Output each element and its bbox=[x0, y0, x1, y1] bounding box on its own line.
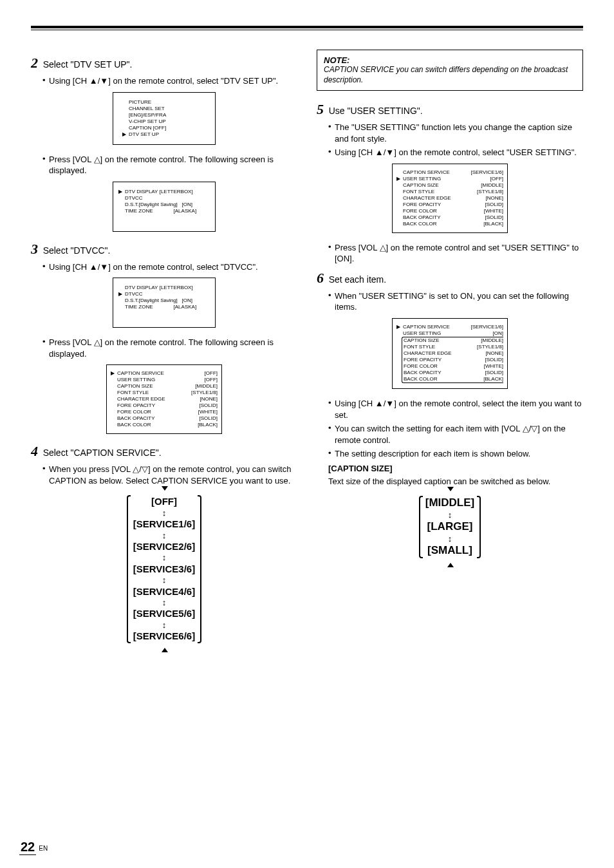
menu-value: [STYLE1/8] bbox=[473, 189, 503, 195]
onscreen-menu: PICTURE CHANNEL SET [ENG]/ESP/FRA V-CHIP… bbox=[113, 92, 216, 145]
menu-value: [SERVICE1/6] bbox=[467, 324, 503, 330]
menu-item-selected: USER SETTING bbox=[403, 176, 461, 182]
service-cycle-diagram: [OFF] ↕ [SERVICE1/6] ↕ [SERVICE2/6] ↕ [S… bbox=[133, 490, 195, 648]
updown-arrow-icon: ↕ bbox=[425, 534, 474, 543]
updown-arrow-icon: ↕ bbox=[133, 553, 195, 562]
menu-item: D.S.T.[Daylight Saving] bbox=[125, 297, 178, 304]
menu-item: FORE COLOR bbox=[117, 409, 175, 415]
bracket-icon bbox=[127, 495, 131, 643]
menu-item: USER SETTING bbox=[403, 330, 461, 337]
note-text: CAPTION SERVICE you can switch differs d… bbox=[324, 65, 576, 85]
instruction-text: Using [CH ▲/▼] on the remote control, se… bbox=[335, 147, 583, 158]
menu-value: [ON] bbox=[181, 202, 192, 208]
header-rule-thick bbox=[31, 26, 583, 28]
instruction-bullet: • You can switch the setting for each it… bbox=[328, 423, 583, 446]
selector-arrow-icon: ▶ bbox=[118, 291, 125, 297]
menu-value: [OFF] bbox=[487, 176, 503, 182]
menu-item: CAPTION SERVICE bbox=[117, 370, 175, 377]
menu-item: FONT STYLE bbox=[404, 344, 461, 350]
menu-item: CHARACTER EDGE bbox=[403, 195, 461, 202]
instruction-bullet: • The setting description for each item … bbox=[328, 448, 583, 460]
menu-item: FORE OPACITY bbox=[403, 202, 461, 208]
instruction-bullet: • Press [VOL △] on the remote control. T… bbox=[42, 154, 297, 176]
left-column: 2 Select "DTV SET UP". • Using [CH ▲/▼] … bbox=[31, 50, 297, 648]
page-number: 22EN bbox=[19, 840, 48, 855]
menu-item-selected: DTV SET UP bbox=[129, 131, 159, 138]
step-number: 2 bbox=[31, 55, 38, 71]
step-number: 4 bbox=[31, 443, 38, 460]
step-title: Use "USER SETTING". bbox=[329, 106, 423, 116]
menu-value: [LETTERBOX] bbox=[160, 285, 193, 291]
menu-item: PICTURE bbox=[129, 99, 151, 106]
menu-item: BACK OPACITY bbox=[403, 214, 461, 221]
step-title: Select "CAPTION SERVICE". bbox=[43, 448, 162, 458]
cycle-item: [SERVICE5/6] bbox=[133, 609, 195, 619]
menu-item: USER SETTING bbox=[117, 377, 175, 383]
menu-value: [BLACK] bbox=[194, 422, 218, 428]
cycle-item: [SERVICE2/6] bbox=[133, 542, 195, 552]
instruction-text: You can switch the setting for each item… bbox=[335, 423, 583, 446]
updown-arrow-icon: ↕ bbox=[133, 598, 195, 607]
onscreen-menu: DTV DISPLAY [LETTERBOX] ▶DTVCC D.S.T.[Da… bbox=[113, 278, 216, 328]
instruction-bullet: • Press [VOL △] on the remote control. T… bbox=[42, 337, 297, 359]
menu-value: [MIDDLE] bbox=[477, 182, 503, 189]
menu-item: CAPTION SERVICE bbox=[403, 324, 461, 330]
menu-item: CAPTION SIZE bbox=[117, 383, 175, 390]
instruction-text: Press [VOL △] on the remote control. The… bbox=[49, 154, 297, 176]
instruction-text: The "USER SETTING" function lets you cha… bbox=[335, 122, 583, 144]
menu-item: CAPTION SIZE bbox=[403, 182, 461, 189]
step-6-header: 6 Set each item. bbox=[317, 270, 583, 287]
instruction-bullet: • The "USER SETTING" function lets you c… bbox=[328, 122, 583, 144]
menu-item: CAPTION SIZE bbox=[404, 337, 461, 344]
menu-item: FONT STYLE bbox=[117, 390, 175, 396]
menu-value: [WHITE] bbox=[194, 409, 218, 415]
updown-arrow-icon: ↕ bbox=[133, 531, 195, 540]
content-columns: 2 Select "DTV SET UP". • Using [CH ▲/▼] … bbox=[31, 50, 583, 648]
instruction-text: Using [CH ▲/▼] on the remote control, se… bbox=[49, 75, 297, 87]
note-box: NOTE: CAPTION SERVICE you can switch dif… bbox=[317, 50, 583, 91]
updown-arrow-icon: ↕ bbox=[133, 621, 195, 630]
menu-value: [SOLID] bbox=[196, 415, 218, 422]
menu-item: [ENG]/ESP/FRA bbox=[129, 112, 166, 118]
step-3-header: 3 Select "DTVCC". bbox=[31, 241, 297, 258]
menu-value: [SOLID] bbox=[481, 357, 503, 363]
menu-value: [SOLID] bbox=[481, 370, 503, 376]
manual-page: 2 Select "DTV SET UP". • Using [CH ▲/▼] … bbox=[0, 0, 614, 868]
menu-item: D.S.T.[Daylight Saving] bbox=[125, 202, 178, 208]
instruction-bullet: • Using [CH ▲/▼] on the remote control, … bbox=[328, 147, 583, 158]
header-rule-thin bbox=[31, 30, 583, 30]
updown-arrow-icon: ↕ bbox=[133, 576, 195, 585]
instruction-bullet: • Press [VOL △] on the remote control an… bbox=[328, 242, 583, 265]
up-arrow-icon bbox=[162, 648, 168, 652]
cycle-item: [SERVICE3/6] bbox=[133, 564, 195, 575]
menu-item: BACK COLOR bbox=[403, 221, 461, 227]
page-lang: EN bbox=[39, 845, 48, 852]
bullet-icon: • bbox=[328, 398, 335, 409]
down-arrow-icon bbox=[447, 487, 454, 491]
instruction-text: Using [CH ▲/▼] on the remote control, se… bbox=[335, 398, 583, 420]
instruction-text: Press [VOL △] on the remote control and … bbox=[335, 242, 583, 265]
caption-size-heading: [CAPTION SIZE] bbox=[328, 464, 583, 473]
menu-item: BACK COLOR bbox=[117, 422, 175, 428]
instruction-bullet: • Using [CH ▲/▼] on the remote control, … bbox=[42, 261, 297, 273]
instruction-bullet: • Using [CH ▲/▼] on the remote control, … bbox=[42, 75, 297, 87]
menu-value: [ON] bbox=[489, 330, 503, 337]
step-number: 6 bbox=[317, 270, 324, 287]
right-column: NOTE: CAPTION SERVICE you can switch dif… bbox=[317, 50, 583, 648]
menu-value: [STYLE1/8] bbox=[187, 390, 218, 396]
onscreen-menu: ▶CAPTION SERVICE[SERVICE1/6] USER SETTIN… bbox=[392, 318, 508, 389]
onscreen-menu: ▶CAPTION SERVICE[OFF] USER SETTING[OFF] … bbox=[106, 364, 222, 434]
selector-arrow-icon: ▶ bbox=[122, 131, 129, 138]
menu-item: DTV DISPLAY bbox=[125, 189, 158, 195]
selector-arrow-icon: ▶ bbox=[396, 324, 403, 330]
instruction-bullet: • Using [CH ▲/▼] on the remote control, … bbox=[328, 398, 583, 420]
menu-item-selected: DTVCC bbox=[125, 291, 143, 297]
menu-value: [NONE] bbox=[481, 350, 503, 357]
menu-value: [SERVICE1/6] bbox=[467, 169, 503, 176]
menu-item: FORE COLOR bbox=[403, 208, 461, 214]
menu-item: CAPTION SERVICE bbox=[403, 169, 461, 176]
menu-item: TIME ZONE bbox=[125, 304, 153, 310]
instruction-text: When you press [VOL △/▽] on the remote c… bbox=[49, 464, 297, 486]
menu-item: CAPTION [OFF] bbox=[129, 125, 166, 131]
menu-value: [OFF] bbox=[201, 370, 218, 377]
